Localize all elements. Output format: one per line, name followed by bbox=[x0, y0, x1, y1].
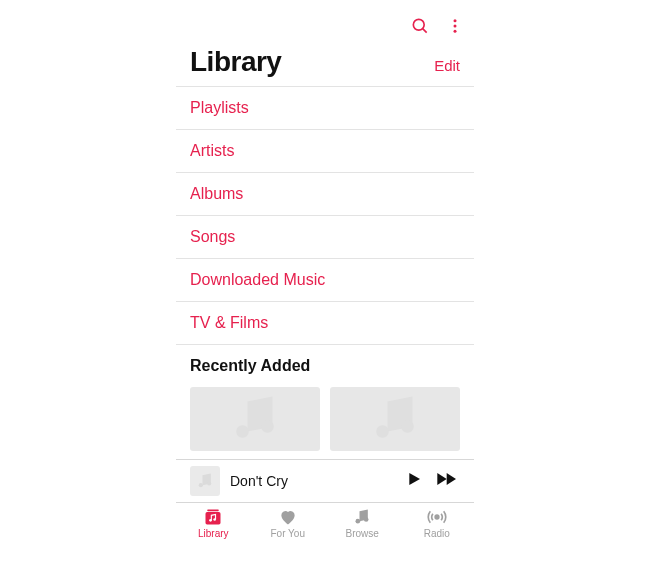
svg-marker-11 bbox=[409, 473, 420, 485]
music-note-icon bbox=[351, 507, 373, 527]
svg-point-18 bbox=[356, 519, 361, 524]
tab-for-you[interactable]: For You bbox=[255, 507, 321, 539]
list-item-artists[interactable]: Artists bbox=[176, 130, 474, 173]
tab-label: Radio bbox=[424, 528, 450, 539]
svg-line-1 bbox=[423, 29, 427, 33]
svg-point-20 bbox=[435, 515, 439, 519]
list-item-songs[interactable]: Songs bbox=[176, 216, 474, 259]
tab-label: For You bbox=[271, 528, 305, 539]
now-playing-art bbox=[190, 466, 220, 496]
svg-point-0 bbox=[413, 19, 424, 30]
list-item-playlists[interactable]: Playlists bbox=[176, 87, 474, 130]
svg-rect-15 bbox=[207, 510, 219, 512]
top-action-bar bbox=[176, 6, 474, 42]
list-item-tv-films[interactable]: TV & Films bbox=[176, 302, 474, 345]
play-icon[interactable] bbox=[406, 471, 422, 491]
radio-icon bbox=[426, 507, 448, 527]
album-thumbnail[interactable] bbox=[330, 387, 460, 451]
edit-button[interactable]: Edit bbox=[434, 57, 460, 74]
page-title: Library bbox=[190, 46, 281, 78]
svg-point-4 bbox=[454, 30, 457, 33]
svg-point-6 bbox=[261, 420, 274, 433]
list-item-albums[interactable]: Albums bbox=[176, 173, 474, 216]
recently-added-row bbox=[176, 381, 474, 451]
svg-point-2 bbox=[454, 19, 457, 22]
tab-browse[interactable]: Browse bbox=[329, 507, 395, 539]
svg-point-7 bbox=[376, 425, 389, 438]
svg-point-10 bbox=[207, 481, 211, 485]
next-track-icon[interactable] bbox=[436, 471, 460, 491]
music-note-icon bbox=[365, 389, 425, 449]
album-thumbnail[interactable] bbox=[190, 387, 320, 451]
svg-point-9 bbox=[199, 483, 203, 487]
list-item-downloaded[interactable]: Downloaded Music bbox=[176, 259, 474, 302]
app-screen: Library Edit Playlists Artists Albums So… bbox=[176, 6, 474, 554]
bottom-tab-bar: Library For You Browse Radio bbox=[176, 503, 474, 543]
now-playing-bar[interactable]: Don't Cry bbox=[176, 459, 474, 503]
library-icon bbox=[202, 507, 224, 527]
svg-marker-12 bbox=[437, 473, 446, 485]
recently-added-heading: Recently Added bbox=[176, 345, 474, 381]
svg-point-5 bbox=[236, 425, 249, 438]
music-note-icon bbox=[225, 389, 285, 449]
tab-label: Browse bbox=[346, 528, 379, 539]
svg-rect-14 bbox=[206, 512, 221, 525]
svg-point-16 bbox=[209, 519, 212, 522]
search-icon[interactable] bbox=[410, 16, 430, 36]
now-playing-controls bbox=[406, 471, 460, 491]
library-category-list: Playlists Artists Albums Songs Downloade… bbox=[176, 87, 474, 345]
tab-radio[interactable]: Radio bbox=[404, 507, 470, 539]
tab-library[interactable]: Library bbox=[180, 507, 246, 539]
page-header: Library Edit bbox=[176, 42, 474, 87]
svg-marker-13 bbox=[447, 473, 456, 485]
heart-icon bbox=[277, 507, 299, 527]
svg-point-19 bbox=[364, 517, 369, 522]
now-playing-title: Don't Cry bbox=[230, 473, 396, 489]
svg-point-3 bbox=[454, 25, 457, 28]
svg-point-8 bbox=[401, 420, 414, 433]
more-icon[interactable] bbox=[446, 16, 464, 36]
svg-point-17 bbox=[214, 518, 217, 521]
tab-label: Library bbox=[198, 528, 229, 539]
music-note-icon bbox=[195, 471, 215, 491]
